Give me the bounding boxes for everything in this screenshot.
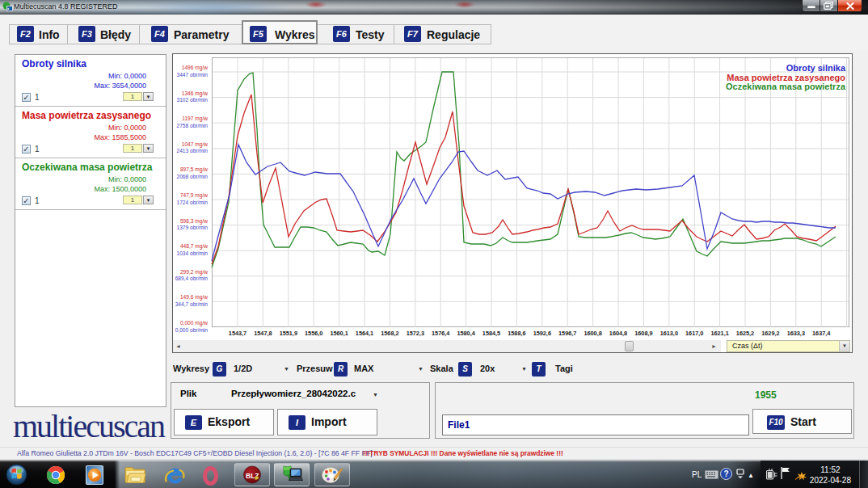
- svg-text:?: ?: [724, 469, 729, 478]
